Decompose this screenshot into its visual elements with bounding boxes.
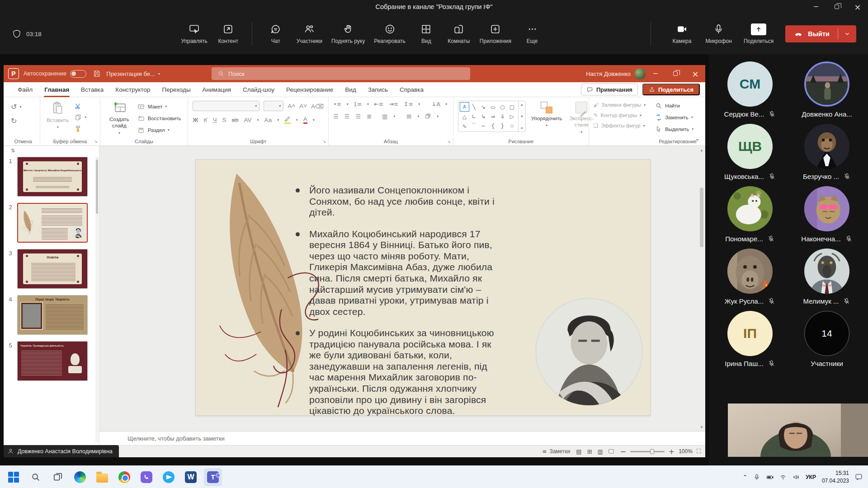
participant-tile[interactable]: Довженко Ана... [788, 61, 865, 118]
numbering-button[interactable]: 1≡ [354, 101, 362, 108]
participants-overflow-tile[interactable]: 14 Участники [788, 311, 865, 368]
menu-transitions[interactable]: Переходы [156, 82, 196, 97]
reading-view-button[interactable]: ▥ [598, 448, 603, 455]
taskbar-search-button[interactable] [27, 468, 45, 486]
language-indicator[interactable]: УКР [806, 474, 816, 480]
share-tray-button[interactable]: Поделиться [741, 22, 776, 46]
normal-view-button[interactable]: ▤ [576, 448, 581, 455]
shape-outline-button[interactable]: ✎Контур фигуры▾ [594, 112, 646, 118]
shape-fill-button[interactable]: 🖌Заливка фигуры▾ [594, 102, 646, 108]
battery-icon[interactable] [766, 474, 774, 481]
minimize-icon[interactable]: ─ [806, 0, 826, 14]
content-button[interactable]: Контент [214, 22, 243, 46]
menu-view[interactable]: Вид [339, 82, 362, 97]
autosave-control[interactable]: Автосохранение [24, 70, 86, 78]
grow-font-button[interactable]: A˄ [288, 103, 295, 109]
manage-button[interactable]: Управлять [178, 22, 210, 46]
participant-tile[interactable]: СМ Сердюк Ве... [712, 61, 788, 118]
telegram-app[interactable] [160, 468, 178, 486]
task-view-button[interactable] [49, 468, 67, 486]
font-color-button[interactable]: A [303, 116, 307, 124]
participant-tile[interactable]: Наконечна... [788, 186, 865, 243]
dialog-launcher-icon[interactable]: ↘ [323, 139, 326, 144]
strikethrough-button[interactable]: ab [231, 117, 238, 123]
menu-animations[interactable]: Анимация [197, 82, 237, 97]
raise-hand-button[interactable]: Поднять руку [329, 22, 368, 46]
undo-button[interactable]: ↺▾ [11, 103, 21, 111]
autosave-toggle[interactable] [70, 70, 86, 78]
menu-insert[interactable]: Вставка [75, 82, 109, 97]
slide-thumb-2-selected[interactable]: 2 [4, 203, 99, 243]
menu-slideshow[interactable]: Слайд-шоу [237, 82, 280, 97]
participant-tile[interactable]: ІП Ірина Паш... [712, 311, 788, 368]
dialog-launcher-icon[interactable]: ↘ [94, 139, 98, 144]
dialog-launcher-icon[interactable]: ↘ [447, 139, 451, 144]
cut-button[interactable] [74, 102, 82, 110]
menu-review[interactable]: Рецензирование [280, 82, 339, 97]
apps-button[interactable]: Приложения [477, 22, 514, 46]
minimize-icon[interactable]: ─ [646, 65, 665, 82]
menu-help[interactable]: Справка [394, 82, 429, 97]
bullets-button[interactable]: •≡ [333, 101, 342, 108]
rooms-button[interactable]: Комнаты [444, 22, 473, 46]
react-button[interactable]: Реагировать [371, 22, 408, 46]
paste-button[interactable]: Вставить▾ [45, 101, 71, 131]
italic-button[interactable]: К [203, 117, 207, 123]
increase-indent-button[interactable]: ⇥≡ [389, 101, 399, 108]
document-title[interactable]: Презентация бе...▾ [106, 70, 160, 77]
restore-icon[interactable] [665, 65, 685, 82]
smartart-button[interactable]: 🗇 [425, 113, 431, 120]
pane-collapse-icon[interactable]: ⇅ [11, 148, 15, 154]
tray-mic-icon[interactable] [753, 474, 760, 481]
slide-thumb-3[interactable]: 3 Освіта [4, 249, 99, 289]
menu-home[interactable]: Главная [38, 82, 75, 97]
shapes-scroll[interactable]: ▴▾≡ [518, 101, 525, 131]
participants-button[interactable]: Участники [294, 22, 325, 46]
view-button[interactable]: Вид [412, 22, 441, 46]
shrink-font-button[interactable]: A˅ [299, 103, 307, 109]
menu-record[interactable]: Запись [362, 82, 394, 97]
word-app[interactable]: W [182, 468, 200, 486]
new-slide-button[interactable]: Создать слайд▾ [105, 101, 134, 136]
microphone-button[interactable]: Микрофон [703, 22, 734, 46]
thumbnails-scrollbar[interactable] [95, 157, 99, 442]
slide-thumb-5[interactable]: 5 Чернігів. Громадська діяльність [4, 341, 99, 381]
chat-button[interactable]: Чат [261, 22, 290, 46]
text-direction-button[interactable]: ↓A [431, 101, 440, 108]
slide-scrollbar[interactable]: ▴▾ [699, 148, 704, 429]
select-button[interactable]: Выделить▾ [655, 125, 693, 133]
more-button[interactable]: Еще [518, 22, 547, 46]
network-icon[interactable] [779, 474, 787, 481]
edge-app[interactable] [71, 468, 89, 486]
ppt-share-button[interactable]: Поделиться [642, 84, 700, 95]
notes-toggle[interactable]: ≡Заметки [542, 448, 570, 455]
decrease-indent-button[interactable]: ⇤≡ [374, 101, 384, 108]
slide-text[interactable]: Його називали Сонцепоклонником і Соняхом… [292, 185, 501, 427]
text-shadow-button[interactable]: S [222, 117, 226, 123]
comments-button[interactable]: Примечания [581, 84, 638, 95]
teams-app-active[interactable]: T [204, 468, 222, 486]
columns-button[interactable]: ▥ [382, 113, 387, 120]
fit-slide-button[interactable]: ⛶ [697, 448, 701, 455]
clock[interactable]: 15:31 07.04.2023 [822, 469, 849, 484]
menu-design[interactable]: Конструктор [109, 82, 156, 97]
chrome-app[interactable] [115, 468, 133, 486]
section-button[interactable]: Раздел▾ [137, 126, 181, 134]
notes-pane[interactable]: Щелкните, чтобы добавить заметки [99, 431, 705, 445]
align-text-button[interactable]: ⊞ [406, 113, 411, 120]
camera-button[interactable]: Камера [667, 22, 696, 46]
line-spacing-button[interactable]: ↕≡ [404, 101, 414, 108]
reset-button[interactable]: Восстановить [137, 114, 181, 122]
slide-thumb-4[interactable]: 4 Перші твори. Творчість [4, 295, 99, 335]
shape-effects-button[interactable]: ❏Эффекты фигур▾ [594, 122, 646, 129]
justify-button[interactable]: ≣ [367, 113, 372, 120]
slide-thumb-1[interactable]: 1 Життя і творчість Михайла Коцюбинськог… [4, 157, 99, 197]
font-size-combo[interactable]: ▾ [264, 101, 283, 111]
maximize-icon[interactable] [826, 0, 847, 14]
align-right-button[interactable]: ☰ [355, 113, 361, 120]
hidden-icons-chevron[interactable]: ⌃ [743, 474, 747, 480]
zoom-slider[interactable] [630, 451, 665, 452]
start-button[interactable] [5, 468, 23, 486]
zoom-out-button[interactable]: − [620, 447, 626, 456]
zoom-level[interactable]: 100% [679, 448, 693, 455]
